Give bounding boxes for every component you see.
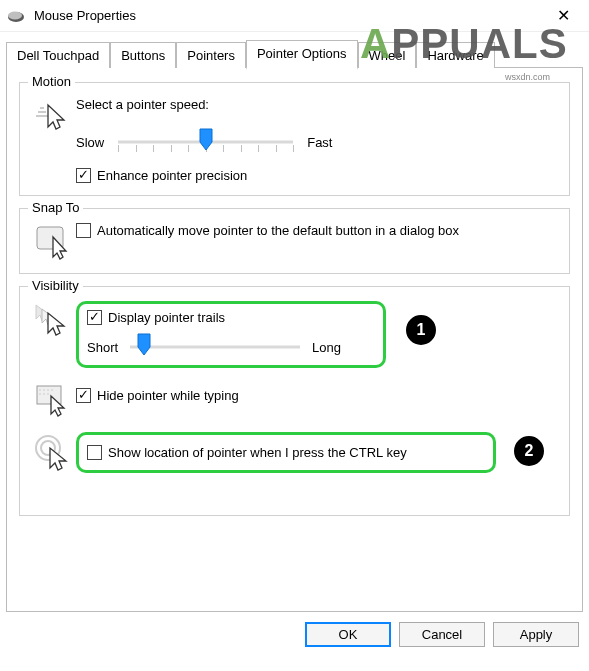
apply-button[interactable]: Apply [493,622,579,647]
tab-buttons[interactable]: Buttons [110,42,176,68]
trails-short-label: Short [87,340,118,355]
pointer-trails-icon [34,303,72,339]
close-button[interactable]: ✕ [543,6,583,25]
snap-to-icon [35,225,71,261]
trails-slider[interactable] [130,335,300,359]
snap-to-label: Automatically move pointer to the defaul… [97,223,459,238]
ctrl-locate-label: Show location of pointer when I press th… [108,445,407,460]
callout-1: 1 [406,315,436,345]
titlebar: Mouse Properties ✕ [0,0,589,32]
tab-dell-touchpad[interactable]: Dell Touchpad [6,42,110,68]
highlight-ctrl: Show location of pointer when I press th… [76,432,496,473]
dialog-buttons: OK Cancel Apply [0,612,589,647]
motion-group-title: Motion [28,74,75,89]
callout-2: 2 [514,436,544,466]
trails-checkbox[interactable] [87,310,102,325]
highlight-trails: Display pointer trails Short L [76,301,386,368]
pointer-speed-slider[interactable] [118,130,293,154]
snap-to-group: Snap To Automatically move pointer to th… [19,208,570,274]
snap-to-checkbox[interactable] [76,223,91,238]
tab-hardware[interactable]: Hardware [416,42,494,68]
tab-strip: Dell Touchpad Buttons Pointers Pointer O… [0,32,589,67]
tab-pointer-options[interactable]: Pointer Options [246,40,358,70]
pointer-speed-label: Select a pointer speed: [76,97,559,112]
visibility-group-title: Visibility [28,278,83,293]
hide-typing-label: Hide pointer while typing [97,388,239,403]
hide-typing-checkbox[interactable] [76,388,91,403]
ctrl-locate-checkbox[interactable] [87,445,102,460]
motion-group: Motion Select a pointer speed: Slow [19,82,570,196]
tab-pointers[interactable]: Pointers [176,42,246,68]
visibility-group: Visibility Display pointer trails [19,286,570,516]
hide-typing-icon [35,384,71,418]
window-title: Mouse Properties [34,8,543,23]
mouse-icon [6,9,26,23]
snap-to-group-title: Snap To [28,200,83,215]
ctrl-locate-icon [34,434,72,472]
trails-long-label: Long [312,340,341,355]
cursor-speed-icon [36,99,70,133]
enhance-precision-checkbox[interactable] [76,168,91,183]
svg-point-1 [8,11,22,19]
speed-fast-label: Fast [307,135,332,150]
trails-label: Display pointer trails [108,310,225,325]
pointer-options-panel: Motion Select a pointer speed: Slow [6,67,583,612]
tab-wheel[interactable]: Wheel [358,42,417,68]
ok-button[interactable]: OK [305,622,391,647]
cancel-button[interactable]: Cancel [399,622,485,647]
enhance-precision-label: Enhance pointer precision [97,168,247,183]
speed-slow-label: Slow [76,135,104,150]
